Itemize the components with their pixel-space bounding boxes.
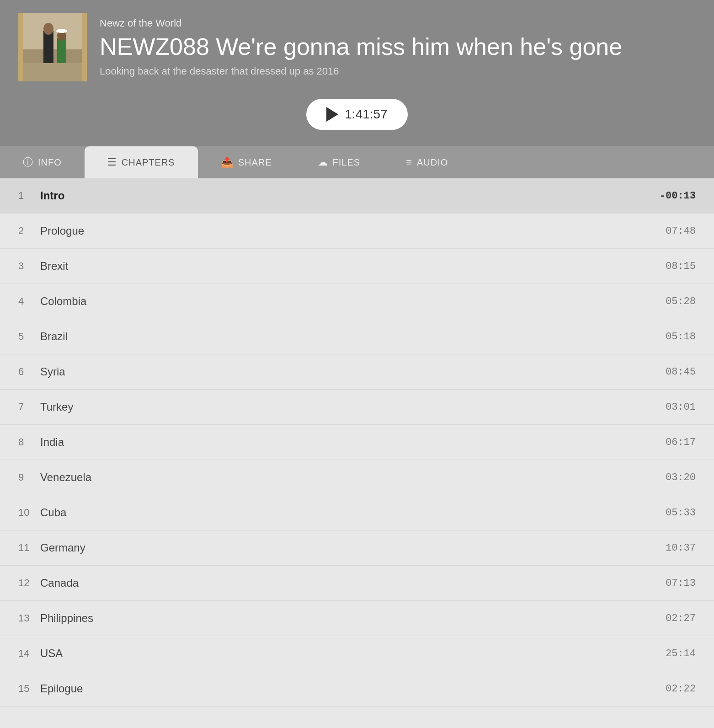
- chapter-name: Epilogue: [40, 682, 666, 695]
- chapter-item[interactable]: 4Colombia05:28: [0, 284, 714, 319]
- chapter-time: 25:14: [666, 648, 696, 659]
- header: Newz of the World NEWZ088 We're gonna mi…: [0, 0, 714, 146]
- chapter-number: 7: [18, 401, 40, 413]
- chapter-name: India: [40, 436, 666, 449]
- chapter-item[interactable]: 2Prologue07:48: [0, 214, 714, 249]
- svg-point-6: [43, 23, 53, 35]
- podcast-subtitle: Looking back at the desaster that dresse…: [100, 65, 622, 77]
- chapter-time: 02:22: [666, 683, 696, 695]
- podcast-info: Newz of the World NEWZ088 We're gonna mi…: [100, 13, 622, 77]
- chapter-number: 8: [18, 436, 40, 448]
- chapter-number: 10: [18, 507, 40, 519]
- chapter-item[interactable]: 8India06:17: [0, 425, 714, 460]
- chapter-number: 14: [18, 648, 40, 659]
- chapter-item[interactable]: 10Cuba05:33: [0, 495, 714, 530]
- header-top: Newz of the World NEWZ088 We're gonna mi…: [18, 13, 622, 81]
- play-button[interactable]: 1:41:57: [306, 99, 407, 130]
- chapter-number: 1: [18, 190, 40, 202]
- chapter-item[interactable]: 3Brexit08:15: [0, 249, 714, 284]
- tab-chapters[interactable]: ☰ CHAPTERS: [85, 146, 198, 178]
- chapter-name: Germany: [40, 541, 666, 554]
- share-icon: 📤: [221, 156, 234, 168]
- chapter-number: 15: [18, 683, 40, 695]
- chapter-name: Cuba: [40, 506, 666, 519]
- chapter-item[interactable]: 15Epilogue02:22: [0, 671, 714, 707]
- chapter-name: Syria: [40, 365, 666, 378]
- tabs-bar: ⓘ INFO ☰ CHAPTERS 📤 SHARE ☁ FILES ≡ AUDI…: [0, 146, 714, 178]
- chapter-name: Brazil: [40, 330, 666, 343]
- chapter-time: 07:48: [666, 225, 696, 237]
- chapter-time: 10:37: [666, 542, 696, 554]
- svg-rect-2: [18, 63, 87, 81]
- play-icon: [326, 107, 338, 122]
- podcast-title: NEWZ088 We're gonna miss him when he's g…: [100, 34, 622, 60]
- chapter-name: USA: [40, 647, 666, 660]
- chapter-item[interactable]: 7Turkey03:01: [0, 390, 714, 425]
- chapter-item[interactable]: 11Germany10:37: [0, 530, 714, 566]
- chapter-item[interactable]: 5Brazil05:18: [0, 319, 714, 354]
- chapter-name: Intro: [40, 189, 660, 202]
- tab-share-label: SHARE: [238, 157, 272, 168]
- tab-chapters-label: CHAPTERS: [122, 157, 175, 168]
- chapter-number: 12: [18, 577, 40, 589]
- svg-rect-7: [57, 38, 66, 63]
- files-icon: ☁: [318, 156, 328, 168]
- chapter-number: 5: [18, 331, 40, 343]
- chapter-item[interactable]: 6Syria08:45: [0, 354, 714, 390]
- tab-files-label: FILES: [333, 157, 361, 168]
- chapter-time: 03:20: [666, 472, 696, 483]
- chapter-number: 9: [18, 471, 40, 483]
- svg-rect-10: [58, 29, 65, 32]
- audio-icon: ≡: [406, 156, 412, 168]
- tab-audio-label: AUDIO: [417, 157, 448, 168]
- tab-info-label: INFO: [38, 157, 62, 168]
- info-icon: ⓘ: [23, 155, 33, 169]
- chapter-item[interactable]: 9Venezuela03:20: [0, 460, 714, 495]
- play-button-container: 1:41:57: [18, 99, 696, 130]
- chapter-time: 08:45: [666, 366, 696, 378]
- play-duration: 1:41:57: [345, 107, 387, 122]
- chapter-time: 05:18: [666, 331, 696, 343]
- chapter-time: -00:13: [660, 190, 696, 202]
- chapter-name: Prologue: [40, 225, 666, 237]
- content-area: 1Intro-00:132Prologue07:483Brexit08:154C…: [0, 178, 714, 707]
- chapter-name: Turkey: [40, 401, 666, 413]
- svg-rect-4: [82, 13, 87, 81]
- chapter-item[interactable]: 12Canada07:13: [0, 566, 714, 601]
- chapter-name: Venezuela: [40, 471, 666, 484]
- podcast-show: Newz of the World: [100, 17, 622, 29]
- chapter-number: 3: [18, 260, 40, 272]
- chapter-item[interactable]: 14USA25:14: [0, 636, 714, 671]
- chapter-name: Brexit: [40, 260, 666, 273]
- tab-files[interactable]: ☁ FILES: [295, 146, 384, 178]
- chapter-list: 1Intro-00:132Prologue07:483Brexit08:154C…: [0, 178, 714, 707]
- chapter-number: 4: [18, 295, 40, 307]
- chapter-name: Philippines: [40, 612, 666, 625]
- chapter-number: 11: [18, 542, 40, 554]
- chapters-icon: ☰: [107, 156, 117, 168]
- chapter-time: 03:01: [666, 401, 696, 413]
- chapter-time: 06:17: [666, 437, 696, 448]
- chapter-item[interactable]: 1Intro-00:13: [0, 178, 714, 214]
- chapter-item[interactable]: 13Philippines02:27: [0, 601, 714, 636]
- svg-rect-3: [18, 13, 23, 81]
- chapter-number: 13: [18, 612, 40, 624]
- chapter-time: 05:28: [666, 296, 696, 307]
- podcast-thumbnail: [18, 13, 87, 81]
- chapter-time: 07:13: [666, 578, 696, 589]
- chapter-number: 2: [18, 225, 40, 237]
- chapter-time: 05:33: [666, 507, 696, 519]
- tab-share[interactable]: 📤 SHARE: [198, 146, 295, 178]
- chapter-name: Colombia: [40, 295, 666, 308]
- tab-info[interactable]: ⓘ INFO: [0, 146, 85, 178]
- chapter-time: 02:27: [666, 613, 696, 624]
- chapter-name: Canada: [40, 577, 666, 589]
- chapter-number: 6: [18, 366, 40, 378]
- svg-rect-5: [43, 31, 53, 63]
- chapter-time: 08:15: [666, 261, 696, 272]
- tab-audio[interactable]: ≡ AUDIO: [383, 146, 471, 178]
